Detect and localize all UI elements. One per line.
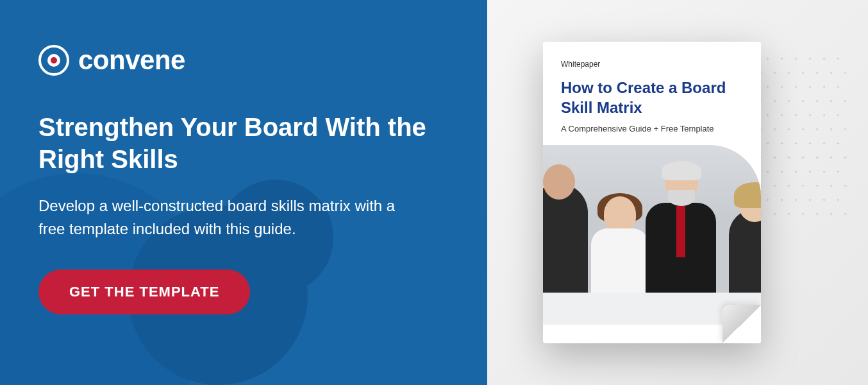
- right-panel: // generate a diamond dot grid inline vi…: [487, 0, 868, 385]
- hero-subcopy: Develop a well-constructed board skills …: [38, 194, 397, 241]
- get-template-button[interactable]: GET THE TEMPLATE: [38, 270, 250, 314]
- whitepaper-card: Whitepaper How to Create a Board Skill M…: [543, 42, 761, 343]
- page-curl-icon: [722, 305, 761, 343]
- brand-logo: convene: [38, 45, 449, 76]
- logo-icon: [38, 45, 69, 76]
- card-label: Whitepaper: [561, 60, 743, 69]
- brand-name: convene: [78, 45, 185, 76]
- left-panel: convene Strengthen Your Board With the R…: [0, 0, 487, 385]
- card-cover-image: [543, 145, 761, 325]
- promo-banner: convene Strengthen Your Board With the R…: [0, 0, 868, 385]
- card-header: Whitepaper How to Create a Board Skill M…: [543, 42, 761, 145]
- card-subtitle: A Comprehensive Guide + Free Template: [561, 124, 743, 133]
- hero-headline: Strengthen Your Board With the Right Ski…: [38, 111, 449, 175]
- card-title: How to Create a Board Skill Matrix: [561, 78, 743, 117]
